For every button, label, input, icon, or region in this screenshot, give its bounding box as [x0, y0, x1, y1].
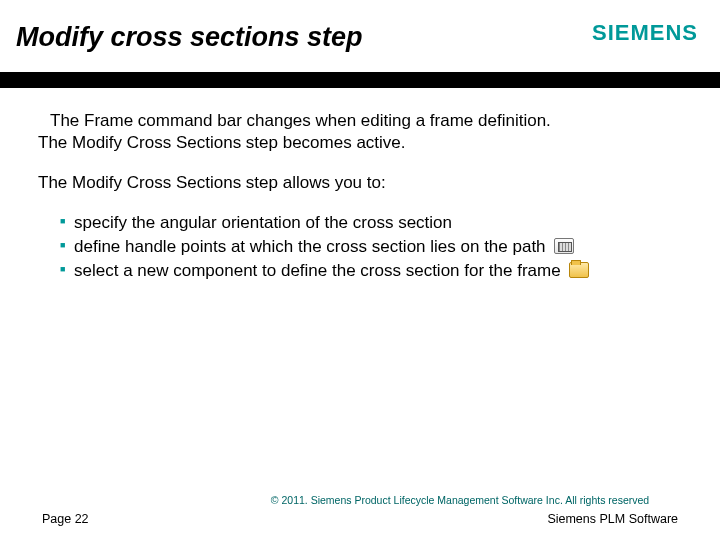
- bullet-list: specify the angular orientation of the c…: [60, 212, 682, 282]
- header: Modify cross sections step SIEMENS: [0, 0, 720, 72]
- handle-points-icon: [554, 238, 574, 254]
- paragraph-2: The Modify Cross Sections step allows yo…: [38, 172, 682, 194]
- paragraph-1-line-1: The Frame command bar changes when editi…: [50, 111, 551, 130]
- product-name: Siemens PLM Software: [547, 512, 678, 526]
- page-number: Page 22: [42, 512, 89, 526]
- list-item: specify the angular orientation of the c…: [60, 212, 682, 234]
- header-divider: [0, 72, 720, 88]
- bullet-text: define handle points at which the cross …: [74, 237, 546, 256]
- paragraph-1: The Frame command bar changes when editi…: [38, 110, 682, 154]
- copyright-text: © 2011. Siemens Product Lifecycle Manage…: [0, 494, 720, 506]
- body-content: The Frame command bar changes when editi…: [38, 110, 682, 285]
- footer: © 2011. Siemens Product Lifecycle Manage…: [0, 494, 720, 526]
- list-item: define handle points at which the cross …: [60, 236, 682, 258]
- paragraph-1-line-2: The Modify Cross Sections step becomes a…: [38, 133, 406, 152]
- folder-open-icon: [569, 262, 589, 278]
- list-item: select a new component to define the cro…: [60, 260, 682, 282]
- siemens-logo: SIEMENS: [592, 20, 698, 46]
- slide: Modify cross sections step SIEMENS The F…: [0, 0, 720, 540]
- bullet-text: select a new component to define the cro…: [74, 261, 561, 280]
- bullet-text: specify the angular orientation of the c…: [74, 213, 452, 232]
- page-title: Modify cross sections step: [16, 22, 363, 53]
- footer-row: Page 22 Siemens PLM Software: [0, 512, 720, 526]
